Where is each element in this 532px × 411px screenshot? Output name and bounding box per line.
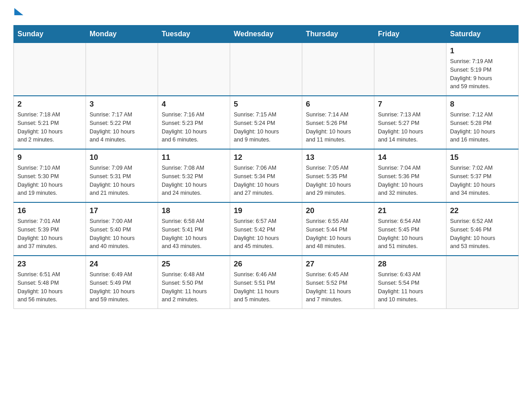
calendar-day-cell: 1Sunrise: 7:19 AM Sunset: 5:19 PM Daylig… bbox=[446, 43, 519, 96]
calendar-day-cell: 9Sunrise: 7:10 AM Sunset: 5:30 PM Daylig… bbox=[14, 149, 86, 202]
calendar-day-cell: 11Sunrise: 7:08 AM Sunset: 5:32 PM Dayli… bbox=[158, 149, 230, 202]
day-number: 1 bbox=[450, 47, 515, 56]
day-info: Sunrise: 6:55 AM Sunset: 5:44 PM Dayligh… bbox=[306, 217, 370, 251]
calendar-day-cell: 20Sunrise: 6:55 AM Sunset: 5:44 PM Dayli… bbox=[302, 202, 374, 256]
day-number: 26 bbox=[234, 260, 298, 269]
calendar-day-cell: 7Sunrise: 7:13 AM Sunset: 5:27 PM Daylig… bbox=[374, 96, 446, 149]
day-info: Sunrise: 7:13 AM Sunset: 5:27 PM Dayligh… bbox=[378, 111, 442, 144]
day-number: 18 bbox=[162, 206, 226, 215]
header-monday: Monday bbox=[86, 26, 158, 43]
day-number: 25 bbox=[162, 260, 226, 269]
calendar-day-cell bbox=[374, 43, 446, 96]
day-number: 14 bbox=[378, 153, 442, 162]
day-number: 27 bbox=[306, 260, 370, 269]
day-info: Sunrise: 7:12 AM Sunset: 5:28 PM Dayligh… bbox=[450, 111, 515, 144]
logo-arrow-icon bbox=[14, 8, 23, 15]
calendar-day-cell: 10Sunrise: 7:09 AM Sunset: 5:31 PM Dayli… bbox=[86, 149, 158, 202]
day-info: Sunrise: 7:09 AM Sunset: 5:31 PM Dayligh… bbox=[90, 164, 154, 197]
day-number: 15 bbox=[450, 153, 515, 162]
calendar-day-cell: 6Sunrise: 7:14 AM Sunset: 5:26 PM Daylig… bbox=[302, 96, 374, 149]
calendar-day-cell: 14Sunrise: 7:04 AM Sunset: 5:36 PM Dayli… bbox=[374, 149, 446, 202]
header-saturday: Saturday bbox=[446, 26, 519, 43]
day-number: 5 bbox=[234, 100, 298, 109]
day-info: Sunrise: 7:01 AM Sunset: 5:39 PM Dayligh… bbox=[17, 217, 82, 251]
day-number: 10 bbox=[90, 153, 154, 162]
day-number: 24 bbox=[90, 260, 154, 269]
day-number: 20 bbox=[306, 206, 370, 215]
calendar-day-cell: 21Sunrise: 6:54 AM Sunset: 5:45 PM Dayli… bbox=[374, 202, 446, 256]
day-number: 7 bbox=[378, 100, 442, 109]
day-number: 8 bbox=[450, 100, 515, 109]
day-info: Sunrise: 7:10 AM Sunset: 5:30 PM Dayligh… bbox=[17, 164, 82, 197]
day-info: Sunrise: 7:18 AM Sunset: 5:21 PM Dayligh… bbox=[17, 111, 82, 144]
calendar-day-cell bbox=[14, 43, 86, 96]
day-number: 16 bbox=[17, 206, 82, 215]
calendar-day-cell bbox=[302, 43, 374, 96]
day-info: Sunrise: 6:46 AM Sunset: 5:51 PM Dayligh… bbox=[234, 270, 298, 304]
day-number: 9 bbox=[17, 153, 82, 162]
calendar-day-cell bbox=[446, 256, 519, 309]
calendar-day-cell: 27Sunrise: 6:45 AM Sunset: 5:52 PM Dayli… bbox=[302, 256, 374, 309]
calendar-day-cell: 24Sunrise: 6:49 AM Sunset: 5:49 PM Dayli… bbox=[86, 256, 158, 309]
day-number: 12 bbox=[234, 153, 298, 162]
logo bbox=[13, 9, 24, 17]
day-info: Sunrise: 7:02 AM Sunset: 5:37 PM Dayligh… bbox=[450, 164, 515, 197]
day-info: Sunrise: 7:04 AM Sunset: 5:36 PM Dayligh… bbox=[378, 164, 442, 197]
day-info: Sunrise: 7:06 AM Sunset: 5:34 PM Dayligh… bbox=[234, 164, 298, 197]
day-info: Sunrise: 7:08 AM Sunset: 5:32 PM Dayligh… bbox=[162, 164, 226, 197]
calendar-day-cell: 8Sunrise: 7:12 AM Sunset: 5:28 PM Daylig… bbox=[446, 96, 519, 149]
calendar-day-cell bbox=[230, 43, 302, 96]
calendar-week-row: 9Sunrise: 7:10 AM Sunset: 5:30 PM Daylig… bbox=[14, 149, 519, 202]
day-info: Sunrise: 7:15 AM Sunset: 5:24 PM Dayligh… bbox=[234, 111, 298, 144]
day-info: Sunrise: 7:17 AM Sunset: 5:22 PM Dayligh… bbox=[90, 111, 154, 144]
calendar-day-cell: 22Sunrise: 6:52 AM Sunset: 5:46 PM Dayli… bbox=[446, 202, 519, 256]
header-friday: Friday bbox=[374, 26, 446, 43]
calendar-day-cell: 15Sunrise: 7:02 AM Sunset: 5:37 PM Dayli… bbox=[446, 149, 519, 202]
day-number: 22 bbox=[450, 206, 515, 215]
day-number: 17 bbox=[90, 206, 154, 215]
day-info: Sunrise: 7:00 AM Sunset: 5:40 PM Dayligh… bbox=[90, 217, 154, 251]
calendar-day-cell: 26Sunrise: 6:46 AM Sunset: 5:51 PM Dayli… bbox=[230, 256, 302, 309]
day-info: Sunrise: 6:43 AM Sunset: 5:54 PM Dayligh… bbox=[378, 270, 442, 304]
calendar-day-cell: 25Sunrise: 6:48 AM Sunset: 5:50 PM Dayli… bbox=[158, 256, 230, 309]
day-info: Sunrise: 6:51 AM Sunset: 5:48 PM Dayligh… bbox=[17, 270, 82, 304]
day-number: 19 bbox=[234, 206, 298, 215]
day-number: 23 bbox=[17, 260, 82, 269]
calendar-day-cell: 16Sunrise: 7:01 AM Sunset: 5:39 PM Dayli… bbox=[14, 202, 86, 256]
calendar-week-row: 1Sunrise: 7:19 AM Sunset: 5:19 PM Daylig… bbox=[14, 43, 519, 96]
calendar-day-cell: 5Sunrise: 7:15 AM Sunset: 5:24 PM Daylig… bbox=[230, 96, 302, 149]
calendar-day-cell bbox=[86, 43, 158, 96]
day-info: Sunrise: 7:19 AM Sunset: 5:19 PM Dayligh… bbox=[450, 57, 515, 91]
calendar-day-cell: 13Sunrise: 7:05 AM Sunset: 5:35 PM Dayli… bbox=[302, 149, 374, 202]
day-number: 28 bbox=[378, 260, 442, 269]
calendar-week-row: 16Sunrise: 7:01 AM Sunset: 5:39 PM Dayli… bbox=[14, 202, 519, 256]
day-info: Sunrise: 7:16 AM Sunset: 5:23 PM Dayligh… bbox=[162, 111, 226, 144]
day-number: 21 bbox=[378, 206, 442, 215]
day-info: Sunrise: 6:52 AM Sunset: 5:46 PM Dayligh… bbox=[450, 217, 515, 251]
calendar-day-cell bbox=[158, 43, 230, 96]
day-number: 4 bbox=[162, 100, 226, 109]
calendar-day-cell: 28Sunrise: 6:43 AM Sunset: 5:54 PM Dayli… bbox=[374, 256, 446, 309]
calendar-day-cell: 18Sunrise: 6:58 AM Sunset: 5:41 PM Dayli… bbox=[158, 202, 230, 256]
calendar-week-row: 2Sunrise: 7:18 AM Sunset: 5:21 PM Daylig… bbox=[14, 96, 519, 149]
calendar-day-cell: 17Sunrise: 7:00 AM Sunset: 5:40 PM Dayli… bbox=[86, 202, 158, 256]
header-wednesday: Wednesday bbox=[230, 26, 302, 43]
day-info: Sunrise: 6:54 AM Sunset: 5:45 PM Dayligh… bbox=[378, 217, 442, 251]
header-tuesday: Tuesday bbox=[158, 26, 230, 43]
calendar-day-cell: 19Sunrise: 6:57 AM Sunset: 5:42 PM Dayli… bbox=[230, 202, 302, 256]
day-info: Sunrise: 7:05 AM Sunset: 5:35 PM Dayligh… bbox=[306, 164, 370, 197]
calendar-week-row: 23Sunrise: 6:51 AM Sunset: 5:48 PM Dayli… bbox=[14, 256, 519, 309]
day-number: 2 bbox=[17, 100, 82, 109]
day-number: 6 bbox=[306, 100, 370, 109]
day-number: 3 bbox=[90, 100, 154, 109]
calendar-day-cell: 3Sunrise: 7:17 AM Sunset: 5:22 PM Daylig… bbox=[86, 96, 158, 149]
calendar-day-cell: 4Sunrise: 7:16 AM Sunset: 5:23 PM Daylig… bbox=[158, 96, 230, 149]
day-info: Sunrise: 6:57 AM Sunset: 5:42 PM Dayligh… bbox=[234, 217, 298, 251]
calendar-header-row: SundayMondayTuesdayWednesdayThursdayFrid… bbox=[14, 26, 519, 43]
calendar-day-cell: 23Sunrise: 6:51 AM Sunset: 5:48 PM Dayli… bbox=[14, 256, 86, 309]
day-info: Sunrise: 6:48 AM Sunset: 5:50 PM Dayligh… bbox=[162, 270, 226, 304]
day-info: Sunrise: 6:45 AM Sunset: 5:52 PM Dayligh… bbox=[306, 270, 370, 304]
calendar-day-cell: 2Sunrise: 7:18 AM Sunset: 5:21 PM Daylig… bbox=[14, 96, 86, 149]
page-header bbox=[13, 9, 519, 17]
day-number: 13 bbox=[306, 153, 370, 162]
